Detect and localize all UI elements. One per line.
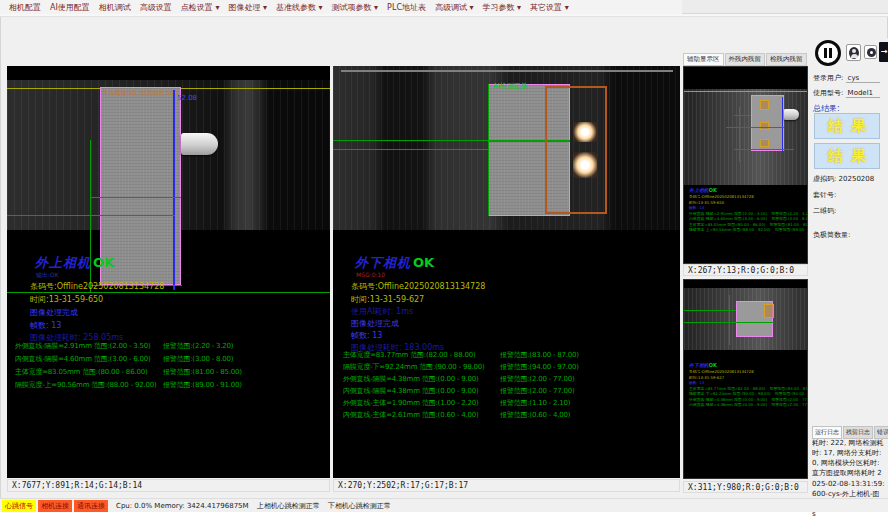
thumbnail-bottom-overlay: 外下相机OK 条码号:Offline2025020813134728 时间:13… <box>689 362 808 408</box>
tool-item-advanced-settings[interactable]: 高级设置 <box>140 2 172 13</box>
thumbnail-bottom-status: X:311;Y:980;R:0;G:0;B:0 <box>683 481 808 493</box>
alarm-range: 报警范围:(2.00 - 77.00) <box>500 374 575 384</box>
heartbeat-badge: 心跳信号 <box>2 500 36 512</box>
mini-alarm: 报警范围:(2.00 - 77.00) <box>771 403 808 407</box>
thumbnail-top-status: X:267;Y:13;R:0;G:0;B:0 <box>683 264 808 276</box>
alarm-range: 报警范围:(2.00 - 77.00) <box>500 386 575 396</box>
connector-tab <box>784 109 799 120</box>
tool-item-ai-config[interactable]: AI使用配置 <box>50 2 90 13</box>
measurement-row: 外侧直线-主体=1.90mm 范围:(1.00 - 2.20) <box>343 398 479 408</box>
detect-box <box>764 304 774 318</box>
tool-item-spot-check[interactable]: 点检设置 ▾ <box>181 2 220 13</box>
mini-row: 主体宽度=83.77mm 范围:(82.00 - 88.00) <box>689 386 765 390</box>
mini-alarm: 报警范围:(3.00 - 8.00) <box>771 217 808 221</box>
camera-left-view[interactable]: 平均阈值:93, 动态阈值:100 52.08 外上相机OK 输出:OK 条码号… <box>7 66 330 478</box>
result-box-top: 结果 <box>814 113 880 139</box>
model-field: 使用型号: Model1 <box>813 88 880 98</box>
mini-result: OK <box>709 363 717 369</box>
mini-alarm: 报警范围:(94.00 - 97.00) <box>775 392 808 396</box>
model-label: 使用型号: <box>813 89 843 97</box>
baseline-yellow <box>684 91 808 92</box>
tool-item-learning-params[interactable]: 学习参数 ▾ <box>483 2 522 13</box>
tool-item-test-params[interactable]: 测试项参数 ▾ <box>332 2 379 13</box>
mini-result: OK <box>709 188 717 194</box>
tool-item-other-settings[interactable]: 其它设置 ▾ <box>530 2 569 13</box>
thumbnail-top-overlay: 外上相机OK 条码号:Offline2025020813134728 时间:13… <box>689 187 808 233</box>
camera-mid-result: OK <box>413 255 434 270</box>
thumb-tab-outer[interactable]: 外残内残留 <box>725 53 766 66</box>
cpu-memory-text: Cpu: 0.0% Memory: 3424.41796875M <box>116 502 249 510</box>
alarm-range: 报警范围:(94.00 - 97.00) <box>500 362 579 372</box>
threshold-label: 平均阈值:93, 动态阈值:100 <box>103 89 178 98</box>
detect-box <box>760 122 769 130</box>
user-button[interactable] <box>846 44 861 61</box>
detect-box <box>760 139 769 147</box>
side-panel: 登录用户: cys 使用型号: Model1 总结果: 结果 结果 虚拟码: 2… <box>810 38 888 498</box>
camera-left-done: 图像处理完成 <box>30 307 78 318</box>
camera-mid-title: 外下相机OK <box>355 254 434 272</box>
measurement-row: 外侧直线-隔膜=4.38mm 范围:(0.00 - 9.00) <box>343 374 479 384</box>
mini-alarm: 报警范围:(2.00 - 77.00) <box>771 397 808 401</box>
measure-line-green <box>333 140 489 141</box>
reflection-glow <box>573 152 597 178</box>
camera-left-barcode: 条码号:Offline2025020813134728 <box>30 281 164 292</box>
camera-mid-ai-time: 使用AI耗时: 1ms <box>351 306 413 317</box>
pause-button[interactable] <box>815 40 841 66</box>
tool-item-image-processing[interactable]: 图像处理 ▾ <box>228 2 267 13</box>
camera-link-badge: 相机连接 <box>38 500 72 512</box>
measure-line-green <box>726 127 784 128</box>
tool-item-baseline-params[interactable]: 基准线参数 ▾ <box>276 2 323 13</box>
measure-line-green <box>90 197 181 198</box>
upper-camera-heartbeat: 上相机心跳检测正常 <box>257 501 320 511</box>
thumbnail-top-view[interactable]: 外上相机OK 条码号:Offline2025020813134728 时间:13… <box>683 66 808 264</box>
connector-tab <box>181 133 218 155</box>
measurement-row: 主体宽度=83.77mm 范围:(82.00 - 88.00) <box>343 350 475 360</box>
result-box-bottom: 结果 <box>814 143 880 169</box>
thumb-tab-inspect[interactable]: 检残内残留 <box>766 53 807 66</box>
camera-mid-done: 图像处理完成 <box>351 318 399 329</box>
measurement-row: 内侧直线-主体=2.61mm 范围:(0.60 - 4.00) <box>343 410 479 420</box>
toolbar: 相机配置 AI使用配置 相机调试 高级设置 点检设置 ▾ 图像处理 ▾ 基准线参… <box>0 0 682 14</box>
ai-image-label: AI检测图像 <box>493 81 528 91</box>
login-user-field: 登录用户: cys <box>813 73 880 83</box>
model-value: Model1 <box>846 89 880 98</box>
alarm-range: 报警范围:(89.00 - 91.00) <box>163 380 242 390</box>
gear-icon <box>867 48 876 57</box>
camera-mid-name: 外下相机 <box>355 255 411 270</box>
measure-line-green <box>739 107 740 162</box>
measure-line-blue <box>782 97 783 151</box>
count-field: 负极筒数量: <box>813 230 850 240</box>
tool-item-advanced-debug[interactable]: 高级调试 ▾ <box>435 2 474 13</box>
mini-row: 隔膜宽度-下=92.24mm 范围:(90.00 - 98.00) <box>689 392 770 396</box>
alarm-range: 报警范围:(3.00 - 8.00) <box>163 354 233 364</box>
measure-value-blue: 52.08 <box>177 94 197 102</box>
thumbnail-top-image <box>684 89 808 185</box>
thumb-tab-aux[interactable]: 辅助显示区 <box>683 53 724 66</box>
mini-row: 外侧直线-隔膜=2.91mm 范围:(2.00 - 3.50) <box>689 211 767 215</box>
status-bar: 心跳信号 相机连接 通讯连接 Cpu: 0.0% Memory: 3424.41… <box>0 498 888 512</box>
mini-title: 外上相机 <box>689 188 709 194</box>
measure-line-green <box>729 295 730 345</box>
camera-left-status: X:7677;Y:891;R:14;G:14;B:14 <box>7 479 330 492</box>
comm-link-badge: 通讯连接 <box>74 500 108 512</box>
camera-mid-barcode: 条码号:Offline2025020813134728 <box>351 281 485 292</box>
camera-left-sub: 输出:OK <box>36 271 59 280</box>
mini-alarm: 报警范围:(2.20 - 3.20) <box>771 211 808 215</box>
tool-item-camera-debug[interactable]: 相机调试 <box>99 2 131 13</box>
camera-mid-status: X:270;Y:2502;R:17;G:17;B:17 <box>333 479 680 492</box>
qr-field: 二维码: <box>813 206 836 216</box>
camera-mid-view[interactable]: AI检测图像 外下相机OK MSG:0:10 条码号:Offline202502… <box>333 66 680 478</box>
measure-line-green <box>488 84 489 216</box>
thumbnail-bottom-view[interactable]: 外下相机OK 条码号:Offline2025020813134728 时间:13… <box>683 279 808 479</box>
mini-alarm: 报警范围:(81.00 - 85.00) <box>770 222 808 226</box>
exit-button[interactable] <box>879 42 888 62</box>
tool-item-plc-table[interactable]: PLC地址表 <box>387 2 426 13</box>
tool-item-camera-config[interactable]: 相机配置 <box>9 2 41 13</box>
mini-alarm: 报警范围:(83.00 - 87.00) <box>770 386 808 390</box>
measurement-row: 内侧直线-隔膜=4.60mm 范围:(3.00 - 6.00) <box>15 354 151 364</box>
measurement-row: 隔膜宽度-上=90.56mm 范围:(88.00 - 92.00) <box>15 380 157 390</box>
measure-line-green <box>333 149 489 150</box>
measure-line-green <box>734 149 794 150</box>
alarm-range: 报警范围:(0.60 - 4.00) <box>500 410 570 420</box>
settings-button[interactable] <box>864 45 877 59</box>
